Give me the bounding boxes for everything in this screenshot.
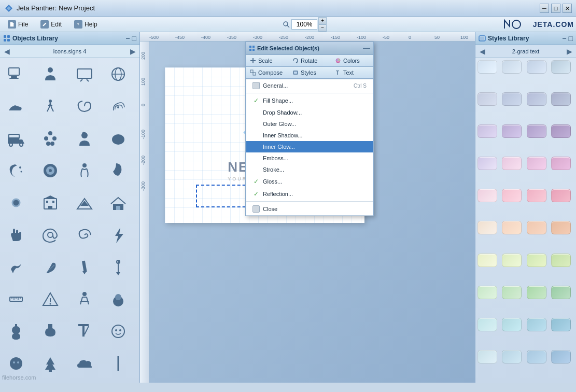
icon-figure2[interactable]: [71, 285, 99, 313]
style-swatch[interactable]: [502, 92, 522, 106]
icon-crane[interactable]: [71, 317, 99, 345]
icon-computer[interactable]: [2, 60, 30, 88]
icon-mountain[interactable]: [71, 189, 99, 217]
icon-line[interactable]: [104, 349, 132, 377]
icon-cloud[interactable]: [71, 349, 99, 377]
style-swatch[interactable]: [551, 318, 571, 331]
objects-library-minimize[interactable]: −: [125, 34, 130, 43]
icon-at[interactable]: [36, 221, 64, 249]
icon-pencil[interactable]: [71, 253, 99, 281]
edit-tab-rotate[interactable]: Rotate: [288, 55, 331, 66]
menu-stroke[interactable]: Stroke...: [246, 164, 373, 175]
icon-shoe[interactable]: [2, 92, 30, 120]
style-swatch[interactable]: [551, 286, 571, 299]
icon-needle[interactable]: [104, 253, 132, 281]
style-swatch[interactable]: [502, 189, 522, 202]
icon-feather[interactable]: [36, 253, 64, 281]
style-swatch[interactable]: [551, 189, 571, 202]
objects-library-expand[interactable]: □: [132, 34, 136, 43]
style-swatch[interactable]: [527, 221, 546, 234]
style-swatch[interactable]: [477, 286, 497, 299]
canvas-content[interactable]: NEWLINX YOUR LOGO SLOGAN Edit Selected O…: [149, 41, 475, 383]
menu-inner-glow[interactable]: Inner Glow...: [246, 141, 373, 152]
style-swatch[interactable]: [551, 254, 571, 267]
icon-portrait[interactable]: [71, 124, 99, 152]
style-swatch[interactable]: [527, 92, 546, 106]
menu-drop-shadow[interactable]: Drop Shadow...: [246, 107, 373, 118]
icon-figure[interactable]: [71, 157, 99, 185]
styles-library-minimize[interactable]: −: [562, 34, 566, 43]
styles-prev-button[interactable]: ◀: [477, 47, 487, 56]
edit-tab-colors[interactable]: Colors: [331, 55, 373, 66]
style-swatch[interactable]: [477, 254, 497, 267]
style-swatch[interactable]: [502, 60, 522, 74]
icon-spiral[interactable]: [71, 92, 99, 120]
icon-truck[interactable]: [2, 124, 30, 152]
style-swatch[interactable]: [477, 318, 497, 331]
style-swatch[interactable]: [477, 189, 497, 202]
icon-hand[interactable]: [2, 221, 30, 249]
icon-disc[interactable]: [36, 157, 64, 185]
icon-fingerprint[interactable]: [104, 92, 132, 120]
style-swatch[interactable]: [477, 350, 497, 363]
style-swatch[interactable]: [551, 60, 571, 74]
icon-walking[interactable]: [36, 92, 64, 120]
icon-house[interactable]: [104, 189, 132, 217]
icon-tree[interactable]: [36, 349, 64, 377]
icon-violin[interactable]: [2, 317, 30, 345]
help-menu[interactable]: ? Help: [68, 18, 103, 31]
style-swatch[interactable]: [527, 189, 546, 202]
style-swatch[interactable]: [527, 318, 546, 331]
style-swatch[interactable]: [527, 350, 546, 363]
style-swatch[interactable]: [502, 254, 522, 267]
icon-ball[interactable]: [104, 285, 132, 313]
icon-lightning[interactable]: [104, 221, 132, 249]
style-swatch[interactable]: [502, 350, 522, 363]
icon-gear[interactable]: [2, 189, 30, 217]
style-swatch[interactable]: [527, 254, 546, 267]
icon-building[interactable]: [36, 189, 64, 217]
style-swatch[interactable]: [502, 318, 522, 331]
maximize-button[interactable]: □: [551, 4, 560, 13]
style-swatch[interactable]: [551, 157, 571, 170]
zoom-in-button[interactable]: +: [318, 17, 327, 24]
close-button[interactable]: ✕: [563, 4, 572, 13]
style-swatch[interactable]: [477, 221, 497, 234]
library-prev-button[interactable]: ◀: [2, 47, 11, 56]
icon-oval[interactable]: [104, 124, 132, 152]
style-swatch[interactable]: [502, 124, 522, 138]
style-swatch[interactable]: [502, 157, 522, 170]
edit-menu[interactable]: Edit: [35, 18, 67, 31]
style-swatch[interactable]: [477, 157, 497, 170]
icon-moon[interactable]: [2, 157, 30, 185]
edit-dialog-close-button[interactable]: —: [363, 44, 370, 52]
style-swatch[interactable]: [551, 92, 571, 106]
menu-fill-shape[interactable]: ✓ Fill Shape...: [246, 94, 373, 107]
zoom-out-button[interactable]: −: [318, 24, 327, 32]
edit-tab-compose[interactable]: Compose: [246, 67, 288, 78]
styles-library-expand[interactable]: □: [569, 34, 573, 43]
style-swatch[interactable]: [527, 286, 546, 299]
icon-bird[interactable]: [2, 253, 30, 281]
menu-reflection[interactable]: ✓ Reflection...: [246, 188, 373, 200]
style-swatch[interactable]: [551, 124, 571, 138]
style-swatch[interactable]: [527, 60, 546, 74]
styles-next-button[interactable]: ▶: [565, 47, 574, 56]
style-swatch[interactable]: [527, 157, 546, 170]
style-swatch[interactable]: [477, 124, 497, 138]
zoom-value[interactable]: 100%: [291, 19, 317, 30]
menu-general[interactable]: General... Ctrl S: [246, 79, 373, 92]
menu-close[interactable]: Close: [246, 203, 373, 215]
style-swatch[interactable]: [527, 124, 546, 138]
icon-warning[interactable]: [36, 285, 64, 313]
style-swatch[interactable]: [551, 221, 571, 234]
icon-spiral2[interactable]: [71, 221, 99, 249]
style-swatch[interactable]: [502, 286, 522, 299]
edit-tab-styles[interactable]: Styles: [288, 67, 331, 78]
style-swatch[interactable]: [477, 60, 497, 74]
menu-outer-glow[interactable]: Outer Glow...: [246, 118, 373, 130]
icon-note[interactable]: [104, 157, 132, 185]
minimize-button[interactable]: ─: [540, 4, 549, 13]
style-swatch[interactable]: [477, 92, 497, 106]
canvas-area[interactable]: -500 -450 -400 -350 -300 -250 -200 -150 …: [140, 32, 475, 383]
